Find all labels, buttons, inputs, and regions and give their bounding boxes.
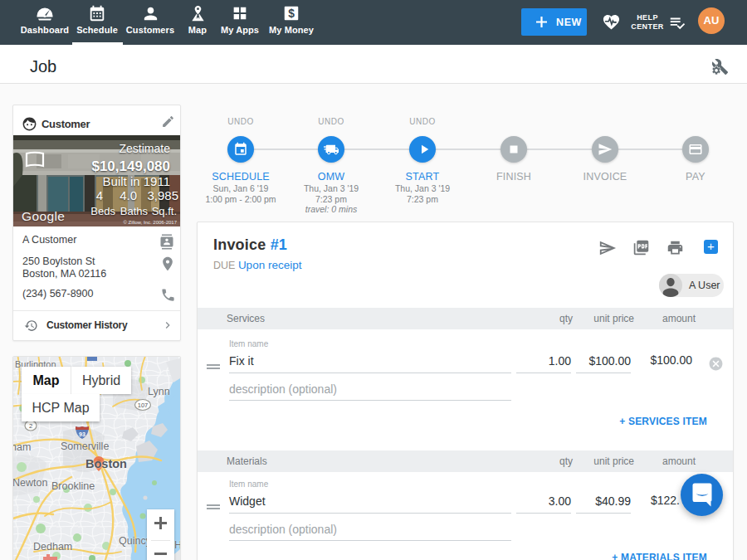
svg-text:2: 2 — [29, 422, 32, 430]
svg-text:Somerville: Somerville — [61, 441, 109, 452]
svg-text:ham: ham — [13, 441, 31, 453]
svg-text:93: 93 — [79, 431, 85, 437]
svg-text:Brookline: Brookline — [51, 480, 95, 492]
svg-text:Hi: Hi — [174, 539, 180, 551]
svg-text:Lynn: Lynn — [148, 386, 170, 397]
svg-text:Boston: Boston — [85, 457, 127, 470]
svg-text:Dedham: Dedham — [33, 541, 72, 553]
svg-text:107: 107 — [138, 402, 149, 409]
svg-text:$: $ — [288, 7, 295, 20]
svg-text:Newton: Newton — [13, 477, 47, 489]
